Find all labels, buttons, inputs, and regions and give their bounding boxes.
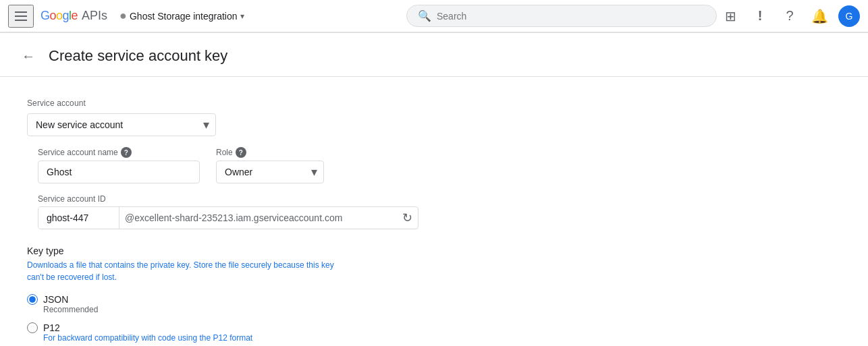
project-selector[interactable]: ● Ghost Storage integration ▾	[114, 6, 249, 26]
google-text: Google	[40, 9, 78, 23]
project-dot-icon: ●	[119, 9, 127, 23]
service-account-select[interactable]: New service account	[27, 113, 216, 136]
page-header: ← Create service account key	[0, 33, 868, 77]
key-type-title: Key type	[27, 246, 418, 256]
service-account-name-input[interactable]	[38, 161, 200, 183]
back-icon: ←	[22, 49, 35, 64]
p12-radio-input[interactable]	[27, 322, 38, 333]
apps-icon: ⊞	[725, 8, 736, 24]
nav-right: ⊞ ! ? 🔔 G	[717, 3, 860, 30]
help-button[interactable]: ?	[776, 3, 803, 30]
json-radio-label[interactable]: JSON	[27, 294, 418, 305]
search-input[interactable]	[437, 11, 705, 22]
alert-button[interactable]: !	[747, 3, 774, 30]
search-bar[interactable]: 🔍	[406, 5, 717, 27]
apis-text: APIs	[82, 9, 107, 23]
role-select[interactable]: Owner	[216, 161, 324, 183]
p12-radio-label[interactable]: P12	[27, 322, 418, 333]
help-icon: ?	[786, 8, 793, 24]
p12-radio-text: P12	[43, 322, 60, 333]
form-section: Service account New service account ▾ Se…	[27, 98, 418, 346]
p12-option: P12 For backward compatibility with code…	[27, 322, 418, 343]
key-type-description: Downloads a file that contains the priva…	[27, 259, 337, 283]
alert-icon: !	[758, 8, 763, 24]
refresh-button[interactable]: ↻	[397, 208, 418, 228]
service-account-name-field: Service account name ?	[38, 147, 200, 183]
project-name: Ghost Storage integration	[130, 11, 238, 22]
json-option: JSON Recommended	[27, 294, 418, 314]
notification-icon: 🔔	[811, 8, 828, 24]
sub-form: Service account name ? Role ? Owner	[27, 147, 418, 229]
json-recommended-text: Recommended	[43, 305, 418, 314]
role-select-wrapper: Owner ▾	[216, 161, 324, 183]
service-id-suffix: @excellent-shard-235213.iam.gserviceacco…	[119, 207, 397, 229]
notification-button[interactable]: 🔔	[806, 3, 833, 30]
search-icon: 🔍	[418, 9, 431, 22]
service-id-prefix-input[interactable]	[38, 207, 119, 229]
role-field: Role ? Owner ▾	[216, 147, 324, 183]
google-apis-logo: Google APIs	[40, 9, 107, 23]
json-radio-text: JSON	[43, 294, 68, 305]
avatar[interactable]: G	[838, 5, 860, 27]
service-account-name-label: Service account name ?	[38, 147, 200, 158]
name-role-row: Service account name ? Role ? Owner	[38, 147, 418, 183]
main-content: Service account New service account ▾ Se…	[0, 77, 868, 346]
back-button[interactable]: ←	[16, 44, 40, 68]
role-help-icon[interactable]: ?	[236, 147, 246, 158]
hamburger-line-2	[15, 16, 27, 17]
top-nav: Google APIs ● Ghost Storage integration …	[0, 0, 868, 32]
hamburger-line-3	[15, 20, 27, 21]
key-type-section: Key type Downloads a file that contains …	[27, 246, 418, 343]
project-dropdown-icon: ▾	[240, 11, 244, 21]
service-account-wrapper: New service account ▾	[27, 113, 216, 136]
service-id-input-row: @excellent-shard-235213.iam.gserviceacco…	[38, 206, 418, 229]
service-id-label: Service account ID	[38, 194, 418, 204]
service-account-name-help-icon[interactable]: ?	[121, 147, 132, 158]
role-label: Role ?	[216, 147, 324, 158]
apps-button[interactable]: ⊞	[717, 3, 744, 30]
page-title: Create service account key	[49, 47, 227, 65]
hamburger-line-1	[15, 11, 27, 13]
nav-left: Google APIs ● Ghost Storage integration …	[8, 5, 406, 28]
hamburger-button[interactable]	[8, 5, 34, 28]
json-radio-input[interactable]	[27, 294, 38, 305]
service-id-row: Service account ID @excellent-shard-2352…	[38, 194, 418, 229]
p12-description: For backward compatibility with code usi…	[43, 333, 418, 343]
service-account-label: Service account	[27, 98, 418, 108]
avatar-initial: G	[846, 11, 853, 22]
